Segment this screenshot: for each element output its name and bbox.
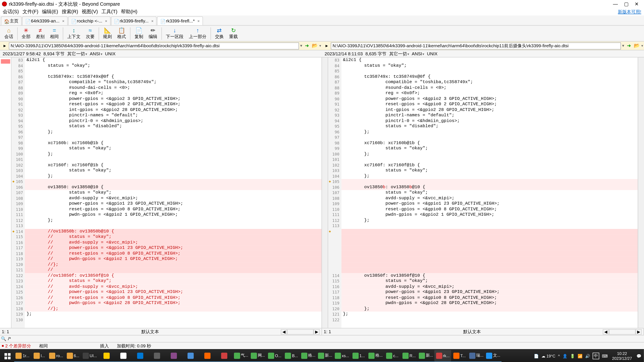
doc-tab[interactable]: 📄rk3399-firefly...× [111, 16, 157, 25]
menu-file[interactable]: 文件(F) [22, 8, 39, 15]
taskbar-item[interactable]: xs... [334, 350, 350, 362]
tray-doc-icon[interactable]: 📄 [534, 354, 539, 358]
tb-next[interactable]: ≈次要 [83, 26, 97, 41]
taskbar-item[interactable]: 瑞... [468, 350, 485, 362]
path-go-icon[interactable]: ➜ [304, 42, 310, 49]
right-scrollbar[interactable] [638, 57, 644, 328]
tab-home[interactable]: 🏠主页 [1, 16, 22, 25]
tb-session[interactable]: ⌂会话 [2, 26, 16, 41]
tb-nextsec[interactable]: ↓下一区段 [163, 26, 186, 41]
ime-indicator[interactable]: 中 [592, 353, 599, 359]
taskbar-item[interactable] [216, 350, 232, 362]
taskbar-item[interactable] [182, 350, 199, 362]
right-other[interactable]: 其它一切▾ [389, 51, 409, 57]
taskbar-item[interactable]: 新... [418, 350, 434, 362]
notification-icon[interactable]: 💬 [636, 354, 641, 358]
path-expand-icon[interactable]: ▸ [2, 42, 8, 49]
tb-copy[interactable]: 📄复制 [132, 26, 146, 41]
tb-reload[interactable]: ↻重载 [226, 26, 240, 41]
right-encoding[interactable]: ANSI▾ [412, 51, 424, 56]
doc-tab-active[interactable]: 📄rk3399-firefl...*× [157, 16, 203, 25]
taskbar-item[interactable]: UI... [81, 350, 98, 362]
taskbar-item[interactable]: 文... [485, 350, 502, 362]
tab-close-icon[interactable]: × [62, 19, 64, 23]
doc-tab[interactable]: 📄64rk3399-an...× [22, 16, 68, 25]
tb-rule[interactable]: 📐规则 [100, 26, 114, 41]
taskbar-item[interactable]: 1... [350, 350, 367, 362]
taskbar-item[interactable]: R... [401, 350, 418, 362]
taskbar-item[interactable]: 1r... [14, 350, 31, 362]
tb-all[interactable]: ✳全部 [19, 26, 33, 41]
taskbar-item[interactable]: rk... [434, 350, 451, 362]
tray-battery-icon[interactable]: 🔋 [570, 354, 575, 358]
maximize-button[interactable]: ▢ [624, 1, 628, 7]
minimize-button[interactable]: — [613, 1, 618, 7]
tray-wifi-icon[interactable]: 📶 [578, 354, 582, 358]
weather-widget[interactable]: ☁ 19°C [541, 354, 555, 358]
menu-view[interactable]: 视图(V) [81, 8, 99, 15]
right-editor[interactable]: &i2c1 { status = "okay"; tc358749x: tc35… [341, 57, 638, 328]
tb-context[interactable]: ↕上下文 [64, 26, 83, 41]
taskbar-item[interactable]: 格... [367, 350, 384, 362]
taskbar-item[interactable] [199, 350, 216, 362]
menu-tools[interactable]: 工具(T) [100, 8, 118, 15]
doc-tab[interactable]: 📄rockchip <-...× [68, 16, 110, 25]
left-scrollbar[interactable] [321, 57, 328, 328]
path-browse-icon[interactable]: 📂 [312, 42, 318, 49]
right-eol[interactable]: UNIX [427, 51, 438, 56]
hscroll-track[interactable] [287, 329, 314, 334]
taskbar-item[interactable]: ro... [48, 350, 64, 362]
taskbar-item[interactable]: 6... [64, 350, 81, 362]
left-other[interactable]: 其它一切▾ [67, 51, 87, 57]
taskbar-clock[interactable]: 10:222023/12/27 [610, 351, 634, 361]
tb-diff[interactable]: ≠差别 [33, 26, 47, 41]
menu-search[interactable]: 搜索(R) [61, 8, 79, 15]
menu-edit[interactable]: 编辑(E) [41, 8, 59, 15]
taskbar-item[interactable] [165, 350, 182, 362]
tb-same[interactable]: =相同 [47, 26, 62, 41]
taskbar-item[interactable] [98, 350, 115, 362]
path-browse-icon[interactable]: 📂 [634, 42, 640, 49]
right-path-input[interactable]: N:\AIO-3399J\11\OV13850\64rk3399-android… [331, 42, 621, 49]
hscroll-left-icon[interactable]: ◀ [603, 329, 609, 334]
menu-session[interactable]: 会话(S) [2, 8, 20, 15]
tb-format[interactable]: 📋格式 [114, 26, 129, 41]
left-eol[interactable]: UNIX [105, 51, 116, 56]
taskbar-item[interactable]: 气... [232, 350, 250, 362]
left-path-input[interactable]: N:\AIO-3399J\11\OV13850\64rk3399-android… [9, 42, 299, 49]
path-go-icon[interactable]: ➜ [626, 42, 632, 49]
tray-people-icon[interactable]: 👤 [562, 354, 567, 358]
hscroll-right-icon[interactable]: ▶ [636, 329, 642, 334]
taskbar-item[interactable]: 格... [300, 350, 317, 362]
taskbar-item[interactable]: c... [384, 350, 401, 362]
taskbar-item[interactable]: 新... [317, 350, 334, 362]
tray-keyboard-icon[interactable]: ⌨ [602, 354, 608, 358]
menu-help[interactable]: 帮助(H) [120, 8, 138, 15]
tray-chevron-icon[interactable]: ^ [558, 354, 560, 358]
left-editor[interactable]: &i2c1 { status = "okay"; tc358749x: tc35… [25, 57, 321, 328]
close-button[interactable]: ✕ [634, 1, 639, 7]
tray-volume-icon[interactable]: 🔊 [585, 354, 590, 358]
path-dropdown-icon[interactable]: ▼ [621, 44, 625, 48]
taskbar-item[interactable]: T... [451, 350, 468, 362]
hscroll-right-icon[interactable]: ▶ [314, 329, 320, 334]
tb-swap[interactable]: ⇄交换 [212, 26, 226, 41]
new-version-link[interactable]: 新版本可用! [617, 8, 642, 15]
hscroll-left-icon[interactable]: ◀ [281, 329, 287, 334]
tab-close-icon[interactable]: × [105, 19, 107, 23]
path-expand-icon[interactable]: ▸ [324, 42, 330, 49]
magnify-icon[interactable]: 🔍 [1, 336, 6, 341]
taskbar-item[interactable]: l... [31, 350, 48, 362]
taskbar-item[interactable]: 网... [250, 350, 266, 362]
tab-close-icon[interactable]: × [198, 19, 200, 23]
taskbar-item[interactable] [148, 350, 165, 362]
taskbar-item[interactable] [115, 350, 132, 362]
taskbar-item[interactable]: O... [266, 350, 283, 362]
hscroll-track[interactable] [609, 329, 636, 334]
tb-edit[interactable]: ✏编辑 [146, 26, 160, 41]
tb-prevsec[interactable]: ↑上一部分 [186, 26, 209, 41]
diff-overview[interactable] [0, 57, 12, 328]
taskbar-item[interactable] [132, 350, 148, 362]
tab-close-icon[interactable]: × [151, 19, 154, 23]
path-dropdown-icon[interactable]: ▼ [299, 44, 303, 48]
